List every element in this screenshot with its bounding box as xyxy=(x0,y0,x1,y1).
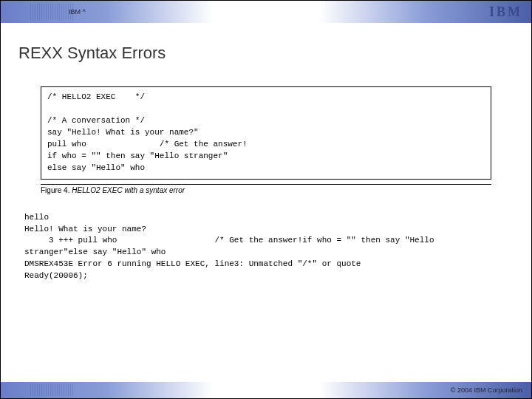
slide-body: REXX Syntax Errors /* HELLO2 EXEC */ /* … xyxy=(1,23,531,382)
output-line: Ready(20006); xyxy=(24,271,88,280)
slide: IBM ^ IBM REXX Syntax Errors /* HELLO2 E… xyxy=(0,0,532,399)
code-listing: /* HELLO2 EXEC */ /* A conversation */ s… xyxy=(41,86,491,180)
code-line: /* HELLO2 EXEC */ xyxy=(47,92,145,101)
output-line: DMSREX453E Error 6 running HELLO EXEC, l… xyxy=(24,259,361,268)
footer-bar: © 2004 IBM Corporation xyxy=(1,382,531,398)
figure-text: HELLO2 EXEC with a syntax error xyxy=(72,186,185,194)
ibm-logo: IBM xyxy=(489,4,522,20)
output-line: stranger"else say "Hello" who xyxy=(24,248,166,256)
header-brand-text: IBM ^ xyxy=(10,8,86,16)
slide-title: REXX Syntax Errors xyxy=(18,44,514,63)
figure-label: Figure 4. xyxy=(41,186,69,194)
code-line: else say "Hello" who xyxy=(47,163,145,172)
output-line: Hello! What is your name? xyxy=(24,225,146,233)
code-line: pull who /* Get the answer! xyxy=(47,140,248,149)
terminal-output: hello Hello! What is your name? 3 +++ pu… xyxy=(24,212,508,283)
output-line: 3 +++ pull who /* Get the answer!if who … xyxy=(24,236,434,245)
code-line: say "Hello! What is your name?" xyxy=(47,128,199,137)
copyright-text: © 2004 IBM Corporation xyxy=(451,386,522,394)
code-line: /* A conversation */ xyxy=(47,116,145,125)
output-line: hello xyxy=(24,213,49,222)
figure-caption: Figure 4. HELLO2 EXEC with a syntax erro… xyxy=(41,184,491,194)
header-bar: IBM ^ IBM xyxy=(1,1,531,23)
code-line: if who = "" then say "Hello stranger" xyxy=(47,151,228,160)
